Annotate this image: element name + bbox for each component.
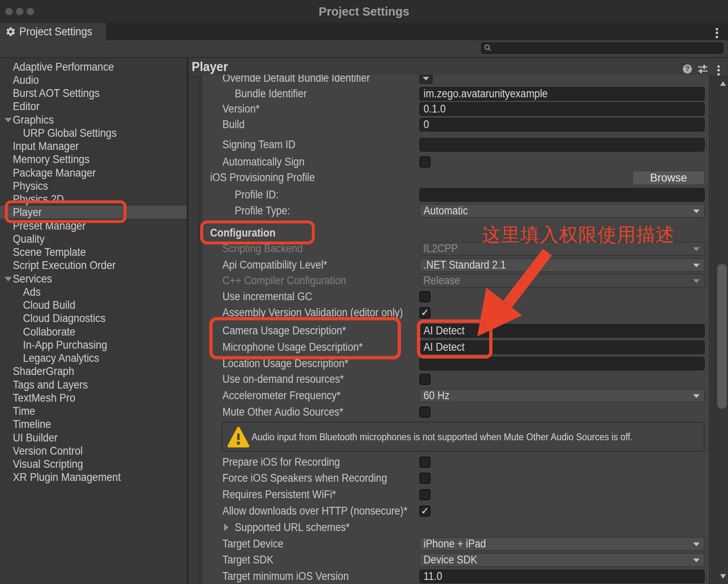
sidebar-item-physics[interactable]: Physics (0, 179, 187, 192)
field-label: Prepare iOS for Recording (222, 455, 340, 469)
text-field[interactable] (419, 138, 705, 152)
warning-text: Audio input from Bluetooth microphones i… (252, 423, 633, 451)
sidebar-item-visual-scripting[interactable]: Visual Scripting (0, 458, 187, 470)
sidebar-item-textmesh-pro[interactable]: TextMesh Pro (0, 391, 187, 404)
sidebar-item-label: Tags and Layers (0, 378, 88, 391)
sidebar-item-graphics[interactable]: Graphics (0, 113, 187, 126)
sidebar-item-label: Scene Template (0, 246, 86, 258)
field-label: Camera Usage Description* (222, 324, 346, 338)
checkbox-unchecked[interactable] (419, 489, 430, 500)
sidebar-item-label: Version Control (0, 444, 83, 457)
sidebar-item-label: Script Execution Order (0, 259, 116, 271)
sidebar-item-urp-global-settings[interactable]: URP Global Settings (0, 126, 187, 139)
sidebar-item-player[interactable]: Player (0, 206, 187, 218)
sidebar-item-cloud-diagnostics[interactable]: Cloud Diagnostics (0, 312, 187, 324)
sidebar-item-in-app-purchasing[interactable]: In-App Purchasing (0, 338, 187, 351)
sidebar-item-timeline[interactable]: Timeline (0, 418, 187, 430)
dropdown[interactable]: Automatic (419, 204, 705, 218)
text-field-value: AI Detect (424, 341, 465, 354)
sidebar-item-burst-aot-settings[interactable]: Burst AOT Settings (0, 87, 187, 99)
sidebar-item-tags-and-layers[interactable]: Tags and Layers (0, 378, 187, 391)
sidebar-item-audio[interactable]: Audio (0, 74, 187, 86)
foldout-collapsed-icon[interactable] (224, 524, 229, 531)
scroll-up-arrow[interactable] (720, 81, 726, 86)
field-label: Accelerometer Frequency* (222, 389, 341, 402)
browse-button[interactable]: Browse (632, 171, 705, 185)
sidebar-item-services[interactable]: Services (0, 272, 187, 285)
checkbox-checked[interactable]: ✓ (419, 506, 430, 517)
checkbox-unchecked[interactable] (419, 374, 430, 385)
sidebar-item-physics-2d[interactable]: Physics 2D (0, 193, 187, 205)
sidebar-item-scene-template[interactable]: Scene Template (0, 246, 187, 258)
text-field-value: im.zego.avatarunityexample (424, 87, 548, 100)
field-label: Version* (222, 102, 260, 116)
checkbox-unchecked[interactable] (419, 407, 430, 418)
text-field[interactable]: 11.0 (419, 570, 705, 583)
checkbox-unchecked[interactable] (419, 156, 430, 168)
checkbox-unchecked[interactable] (419, 291, 430, 302)
dropdown: Release (419, 274, 705, 287)
scroll-down-arrow[interactable] (720, 574, 726, 579)
sidebar-item-quality[interactable]: Quality (0, 232, 187, 245)
chevron-down-icon (693, 559, 700, 562)
sidebar-item-ui-builder[interactable]: UI Builder (0, 431, 187, 444)
dropdown-value: IL2CPP (424, 242, 458, 255)
field-label: Allow downloads over HTTP (nonsecure)* (222, 504, 407, 518)
dropdown[interactable]: iPhone + iPad (419, 537, 705, 551)
dropdown[interactable]: Device SDK (419, 553, 705, 567)
text-field-value: 0 (424, 118, 429, 131)
field-label: Profile Type: (235, 204, 290, 218)
text-field[interactable]: 0.1.0 (419, 102, 705, 116)
sidebar-item-adaptive-performance[interactable]: Adaptive Performance (0, 60, 187, 73)
panel-kebab-menu[interactable] (717, 64, 721, 75)
sidebar-item-label: Editor (0, 100, 39, 113)
sidebar-item-label: Package Manager (0, 166, 96, 179)
sidebar-item-script-execution-order[interactable]: Script Execution Order (0, 259, 187, 271)
search-input[interactable] (480, 41, 725, 55)
dropdown[interactable]: 60 Hz (419, 389, 705, 402)
tab-project-settings[interactable]: Project Settings (0, 23, 106, 40)
settings-sidebar: Adaptive PerformanceAudioBurst AOT Setti… (0, 58, 187, 584)
checkbox-checked[interactable]: ✓ (419, 307, 430, 318)
sidebar-item-collaborate[interactable]: Collaborate (0, 325, 187, 338)
sidebar-item-memory-settings[interactable]: Memory Settings (0, 153, 187, 166)
text-field[interactable]: 0 (419, 118, 705, 131)
checkbox-unchecked[interactable] (419, 473, 430, 484)
sidebar-item-label: Physics 2D (0, 193, 64, 205)
tab-overflow-menu[interactable] (715, 26, 719, 38)
text-field[interactable] (419, 357, 705, 370)
sidebar-item-shadergraph[interactable]: ShaderGraph (0, 365, 187, 377)
sidebar-item-time[interactable]: Time (0, 405, 187, 417)
settings-form: Override Default Bundle IdentifierBundle… (202, 75, 709, 584)
text-field[interactable]: AI Detect (419, 340, 705, 354)
field-label: Force iOS Speakers when Recording (222, 471, 387, 485)
sidebar-item-package-manager[interactable]: Package Manager (0, 166, 187, 179)
mini-dropdown[interactable] (419, 75, 433, 84)
checkbox-unchecked[interactable] (419, 457, 430, 468)
field-label: Bundle Identifier (235, 87, 307, 101)
field-label: Target SDK (222, 553, 273, 567)
sidebar-item-version-control[interactable]: Version Control (0, 444, 187, 457)
sidebar-item-input-manager[interactable]: Input Manager (0, 140, 187, 152)
field-label: Use incremental GC (222, 290, 312, 303)
text-field-value: 0.1.0 (424, 103, 446, 115)
sidebar-item-legacy-analytics[interactable]: Legacy Analytics (0, 352, 187, 364)
sidebar-item-preset-manager[interactable]: Preset Manager (0, 219, 187, 232)
sidebar-item-label: Audio (0, 74, 39, 86)
sidebar-item-label: Collaborate (0, 325, 76, 338)
presets-icon[interactable] (698, 64, 708, 74)
help-icon[interactable]: ? (683, 64, 692, 74)
sidebar-item-label: Legacy Analytics (0, 352, 99, 364)
chevron-down-icon (693, 264, 700, 267)
sidebar-item-ads[interactable]: Ads (0, 285, 187, 298)
dropdown[interactable]: .NET Standard 2.1 (419, 258, 705, 272)
text-field[interactable] (419, 188, 705, 202)
sidebar-item-xr-plugin-management[interactable]: XR Plugin Management (0, 471, 187, 483)
scrollbar-thumb[interactable] (717, 264, 727, 409)
text-field[interactable]: AI Detect (419, 324, 705, 338)
sidebar-item-editor[interactable]: Editor (0, 100, 187, 113)
sidebar-item-cloud-build[interactable]: Cloud Build (0, 299, 187, 311)
tab-bar: Project Settings (0, 23, 728, 40)
field-label: Assembly Version Validation (editor only… (222, 306, 403, 320)
text-field[interactable]: im.zego.avatarunityexample (419, 87, 705, 101)
